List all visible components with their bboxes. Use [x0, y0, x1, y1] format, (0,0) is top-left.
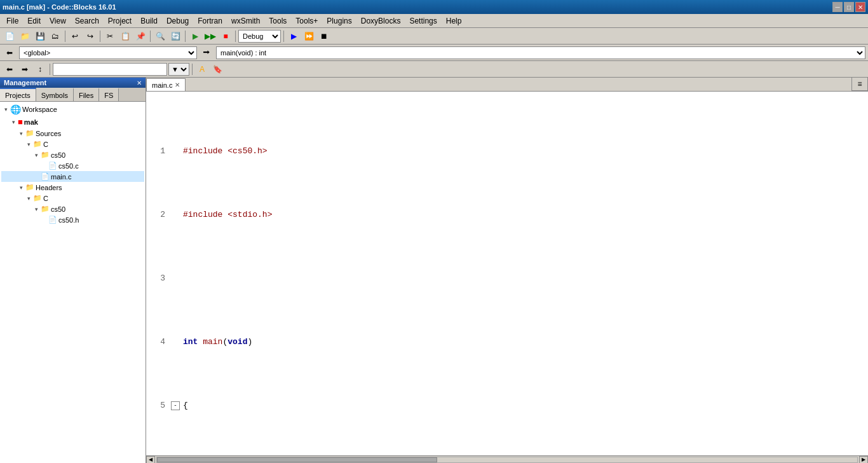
nav-back-btn[interactable]: ⬅ [3, 46, 17, 60]
replace-btn[interactable]: 🔄 [168, 29, 182, 43]
hscroll-thumb[interactable] [157, 457, 437, 462]
fold-btn-5[interactable]: - [171, 401, 180, 410]
code-next-btn[interactable]: ➡ [18, 62, 32, 76]
tree-sources[interactable]: ▾ 📁 Sources [1, 128, 144, 139]
tree-c-folder[interactable]: ▾ 📁 C [1, 139, 144, 149]
mainc-icon: 📄 [41, 172, 50, 181]
hscroll-left[interactable]: ◀ [146, 456, 155, 464]
menu-doxyblocks[interactable]: DoxyBlocks [357, 15, 405, 27]
menu-tools[interactable]: Tools [265, 15, 290, 27]
headers-icon: 📁 [25, 183, 34, 191]
sep2 [100, 31, 100, 42]
workspace-label: Workspace [22, 106, 57, 113]
function-dropdown[interactable]: main(void) : int [216, 46, 865, 59]
maximize-button[interactable]: □ [844, 2, 854, 12]
tree-headers-cs50[interactable]: ▾ 📁 cs50 [1, 204, 144, 214]
sidebar-tab-fs[interactable]: FS [99, 88, 119, 101]
menu-build[interactable]: Build [137, 15, 161, 27]
menu-plugins[interactable]: Plugins [323, 15, 355, 27]
c-folder-label: C [43, 141, 48, 148]
close-button[interactable]: ✕ [855, 2, 865, 12]
window-title: main.c [mak] - Code::Blocks 16.01 [3, 3, 116, 11]
code-prev-btn[interactable]: ⬅ [3, 62, 17, 76]
sidebar-tab-symbols[interactable]: Symbols [36, 88, 74, 101]
build-config-dropdown[interactable]: Debug Release [238, 30, 281, 43]
tree-cs50-c[interactable]: 📄 cs50.c [1, 160, 144, 171]
scope-dropdown[interactable]: <global> [19, 46, 197, 59]
cs50c-label: cs50.c [58, 162, 79, 170]
sep5 [235, 31, 236, 42]
find-btn[interactable]: 🔍 [153, 29, 167, 43]
cut-btn[interactable]: ✂ [103, 29, 117, 43]
sep3 [150, 31, 151, 42]
hscroll-right[interactable]: ▶ [859, 456, 868, 464]
save-btn[interactable]: 💾 [33, 29, 47, 43]
debug-btn[interactable]: ▶ [287, 29, 301, 43]
menu-project[interactable]: Project [104, 15, 135, 27]
tree-cs50-folder[interactable]: ▾ 📁 cs50 [1, 149, 144, 160]
menu-edit[interactable]: Edit [24, 15, 44, 27]
menu-search[interactable]: Search [71, 15, 103, 27]
copy-btn[interactable]: 📋 [118, 29, 132, 43]
sidebar-tab-files[interactable]: Files [74, 88, 99, 101]
code-search-type[interactable]: ▼ [168, 63, 189, 76]
undo-btn[interactable]: ↩ [68, 29, 82, 43]
code-jump-btn[interactable]: ↕ [33, 62, 47, 76]
hcs50-label: cs50 [51, 205, 65, 213]
menu-view[interactable]: View [46, 15, 70, 27]
sidebar-tab-projects[interactable]: Projects [0, 88, 36, 101]
menu-settings[interactable]: Settings [405, 15, 440, 27]
tree-project-mak[interactable]: ▾ ■ mak [1, 116, 144, 128]
project-tree: ▾ 🌐 Workspace ▾ ■ mak ▾ 📁 Sources [0, 102, 146, 463]
debug-stop-btn[interactable]: ⏹ [317, 29, 331, 43]
cs50-folder-icon: 📁 [41, 151, 50, 159]
tree-headers-c[interactable]: ▾ 📁 C [1, 193, 144, 204]
code-line-2: 2 #include <stdio.h> [151, 209, 863, 221]
code-fold-btn[interactable]: ≡ [851, 78, 868, 91]
save-all-btn[interactable]: 🗂 [48, 29, 62, 43]
hscroll-track[interactable] [156, 457, 858, 463]
file-tab-label: main.c [152, 81, 172, 89]
tree-workspace[interactable]: ▾ 🌐 Workspace [1, 103, 144, 116]
code-content[interactable]: 1 #include <cs50.h> 2 #include <stdio.h>… [146, 92, 868, 455]
code-line-1: 1 #include <cs50.h> [151, 145, 863, 158]
file-tabs: main.c ✕ ≡ [146, 78, 868, 92]
debug-step-btn[interactable]: ⏩ [302, 29, 316, 43]
stop-btn[interactable]: ■ [219, 29, 233, 43]
menu-file[interactable]: File [3, 15, 22, 27]
code-toolbar: ⬅ ➡ ↕ ▼ A 🔖 [0, 61, 868, 78]
menu-toolsplus[interactable]: Tools+ [292, 15, 322, 27]
sidebar-close-button[interactable]: ✕ [137, 79, 142, 86]
menu-fortran[interactable]: Fortran [194, 15, 226, 27]
code-hscrollbar[interactable]: ◀ ▶ [146, 455, 868, 463]
hcs50-icon: 📁 [41, 205, 50, 213]
code-editor[interactable]: 1 #include <cs50.h> 2 #include <stdio.h>… [146, 92, 868, 455]
paste-btn[interactable]: 📌 [133, 29, 147, 43]
new-btn[interactable]: 📄 [3, 29, 17, 43]
title-bar: main.c [mak] - Code::Blocks 16.01 ─ □ ✕ [0, 0, 868, 14]
c-folder-icon: 📁 [33, 140, 42, 148]
redo-btn[interactable]: ↪ [83, 29, 97, 43]
build-btn[interactable]: ▶ [188, 29, 202, 43]
tree-cs50-h[interactable]: 📄 cs50.h [1, 214, 144, 225]
mainc-label: main.c [51, 173, 71, 181]
open-btn[interactable]: 📁 [18, 29, 32, 43]
tree-headers[interactable]: ▾ 📁 Headers [1, 182, 144, 193]
run-btn[interactable]: ▶▶ [203, 29, 217, 43]
nav-fwd-btn[interactable]: ⮕ [200, 46, 214, 60]
project-icon: ■ [18, 117, 23, 127]
window-controls[interactable]: ─ □ ✕ [832, 2, 865, 12]
file-tab-close-button[interactable]: ✕ [175, 81, 180, 88]
file-tab-main-c[interactable]: main.c ✕ [146, 78, 186, 91]
menu-help[interactable]: Help [442, 15, 466, 27]
menu-wxsmith[interactable]: wxSmith [227, 15, 264, 27]
menu-debug[interactable]: Debug [163, 15, 193, 27]
minimize-button[interactable]: ─ [832, 2, 843, 12]
tree-main-c[interactable]: 📄 main.c [1, 171, 144, 182]
highlight-btn[interactable]: A [195, 62, 209, 76]
cs50h-icon: 📄 [48, 216, 57, 224]
sep1 [65, 31, 65, 42]
code-search-input[interactable] [53, 63, 167, 76]
bookmark-btn[interactable]: 🔖 [210, 62, 224, 76]
cs50-folder-label: cs50 [51, 151, 65, 159]
